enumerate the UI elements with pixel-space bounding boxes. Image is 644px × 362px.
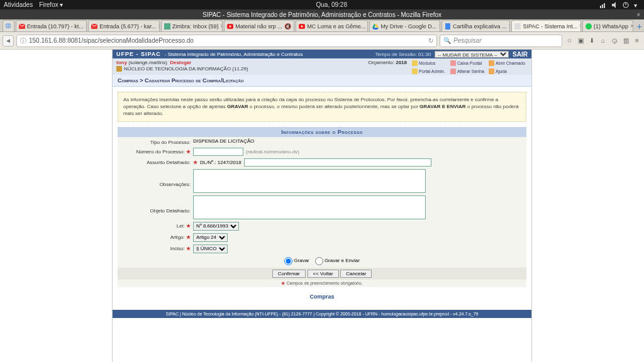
tab-drive[interactable]: My Drive - Google D...× (369, 20, 440, 31)
unit-icon (116, 66, 122, 72)
network-icon[interactable] (600, 2, 606, 8)
tab-close-icon[interactable]: × (220, 23, 223, 30)
tab-youtube-1[interactable]: Material não srp ...🔇× (224, 20, 294, 31)
link-caixa-postal[interactable]: Caixa Postal (450, 59, 488, 67)
caixa-icon (450, 60, 456, 66)
tab-sipac[interactable]: SIPAC - Sistema Int...× (511, 20, 581, 31)
required-mark: ★ (186, 234, 191, 240)
address-bar[interactable]: ⓘ 150.161.6.88:8081/sipac/selecionaModal… (16, 35, 437, 47)
user-name: (solange.martins) (128, 60, 167, 65)
objeto-label: Objeto Detalhado: (120, 195, 193, 214)
unit-name: NÚCLEO DE TECNOLOGIA DA INFORMAÇÃO (11.2… (124, 66, 248, 72)
numero-input[interactable] (193, 148, 243, 156)
tab-close-icon[interactable]: × (367, 23, 368, 30)
reload-icon[interactable]: ↻ (428, 37, 433, 44)
compras-link[interactable]: Compras (113, 290, 531, 304)
tab-doc[interactable]: Cartilha explicativa ...× (441, 20, 510, 31)
tab-close-icon[interactable]: × (438, 23, 440, 30)
menu-icon[interactable]: ≡ (633, 36, 641, 45)
firefox-app-menu[interactable]: Firefox ▾ (39, 1, 63, 8)
tab-youtube-2[interactable]: MC Loma e as Gême...× (296, 20, 368, 31)
os-top-bar: Atividades Firefox ▾ Qua, 09:28 ▾ (0, 0, 644, 9)
svg-rect-11 (164, 23, 170, 30)
obs-textarea[interactable] (193, 169, 426, 193)
tab-close-icon[interactable]: × (86, 23, 87, 30)
tab-close-icon[interactable]: × (509, 23, 511, 30)
window-title: SIPAC - Sistema Integrado de Patrimônio,… (203, 11, 441, 18)
volume-icon[interactable] (611, 2, 618, 8)
sync-icon[interactable]: ◶ (610, 36, 619, 45)
system-select[interactable]: -- MUDAR DE SISTEMA -- (435, 51, 509, 58)
section-title: Informações sobre o Processo (118, 127, 526, 137)
radio-gravar[interactable]: Gravar (284, 258, 309, 263)
required-note: ★Campos de preenchimento obrigatório. (118, 280, 526, 287)
portal-icon (412, 69, 418, 74)
assunto-prefix: DL/Nº.: 1247/2018 (200, 160, 242, 165)
radio-gravar-enviar-input[interactable] (315, 257, 323, 265)
svg-rect-20 (514, 23, 521, 30)
radio-gravar-enviar[interactable]: Gravar e Enviar (315, 258, 360, 263)
sub-header: tony (solange.martins) Deslogar NÚCLEO D… (113, 58, 531, 75)
activities-label[interactable]: Atividades (4, 1, 33, 8)
link-ajuda[interactable]: Ajuda (489, 67, 528, 75)
youtube-icon (227, 23, 233, 30)
objeto-textarea[interactable] (193, 195, 426, 219)
lei-select[interactable]: Nº 8.666/1993 (193, 222, 239, 231)
new-tab-button[interactable]: + (635, 21, 644, 31)
cancelar-button[interactable]: Cancelar (340, 270, 372, 278)
downloads-icon[interactable]: ⬇ (587, 36, 596, 45)
tab-zimbra[interactable]: Zimbra: Inbox (59)× (161, 20, 223, 31)
library-icon[interactable]: ▥ (621, 36, 630, 45)
svg-rect-1 (602, 4, 603, 8)
tipo-label: Tipo do Processo: (120, 138, 193, 145)
tab-close-icon[interactable]: × (630, 23, 633, 30)
window-titlebar: SIPAC - Sistema Integrado de Patrimônio,… (0, 9, 644, 19)
inciso-select[interactable]: § ÚNICO (193, 244, 228, 253)
confirmar-button[interactable]: Confirmar (272, 270, 306, 278)
logout-sair[interactable]: SAIR (513, 51, 528, 58)
link-modulos[interactable]: Módulos (412, 59, 450, 67)
pocket-icon[interactable]: ▣ (576, 36, 585, 45)
orcamento-label: Orçamento: (368, 60, 394, 65)
tab-close-icon[interactable]: × (579, 23, 581, 30)
link-alterar-senha[interactable]: Alterar Senha (450, 67, 488, 75)
link-portal-admin[interactable]: Portal Admin. (412, 67, 450, 75)
assunto-input[interactable] (244, 158, 431, 167)
tab-gmail-1[interactable]: Entrada (10.797) - kt...× (16, 20, 87, 31)
svg-rect-2 (604, 3, 605, 8)
radio-gravar-input[interactable] (284, 257, 292, 265)
modulos-icon (412, 60, 418, 66)
svg-point-21 (586, 23, 592, 30)
info-icon[interactable]: ⓘ (20, 36, 26, 45)
senha-icon (450, 69, 456, 74)
process-form: Tipo do Processo: DISPENSA DE LICITAÇÃO … (118, 137, 526, 255)
user-prefix: tony (116, 60, 127, 65)
tab-close-icon[interactable]: × (293, 23, 295, 30)
window-close-icon[interactable]: × (636, 11, 640, 18)
back-button[interactable]: ◄ (3, 35, 14, 47)
page-content: UFPE - SIPAC - Sistema Integrado de Patr… (113, 50, 531, 318)
pinned-tab[interactable] (3, 20, 14, 31)
assunto-label: Assunto Detalhado: (120, 158, 193, 165)
artigo-select[interactable]: Artigo 24 (193, 233, 228, 242)
chamado-icon (489, 60, 494, 66)
tab-whatsapp[interactable]: (1) WhatsApp× (582, 20, 633, 31)
bookmark-star-icon[interactable]: ☆ (565, 36, 574, 45)
tab-gmail-2[interactable]: Entrada (5.677) - kar...× (88, 20, 160, 31)
power-icon[interactable] (623, 2, 629, 8)
inciso-label: Inciso: (170, 246, 185, 251)
tab-strip: Entrada (10.797) - kt...× Entrada (5.677… (0, 19, 644, 32)
mute-icon[interactable]: 🔇 (284, 23, 291, 30)
breadcrumb: Compras > Cadastrar Processo de Compra/L… (113, 75, 531, 87)
voltar-button[interactable]: << Voltar (308, 270, 339, 278)
info-box: As informações inseridas neste passo ser… (118, 92, 526, 122)
link-abrir-chamado[interactable]: Abrir Chamado (489, 59, 528, 67)
tab-close-icon[interactable]: × (158, 23, 160, 30)
required-mark: ★ (186, 246, 191, 251)
search-box[interactable]: 🔍 Pesquisar (440, 35, 562, 47)
artigo-label: Artigo: (170, 234, 185, 240)
dropdown-icon[interactable]: ▾ (634, 2, 640, 8)
os-clock: Qua, 09:28 (63, 1, 600, 8)
home-icon[interactable]: ⌂ (599, 36, 608, 45)
user-deslogar[interactable]: Deslogar (170, 60, 191, 65)
